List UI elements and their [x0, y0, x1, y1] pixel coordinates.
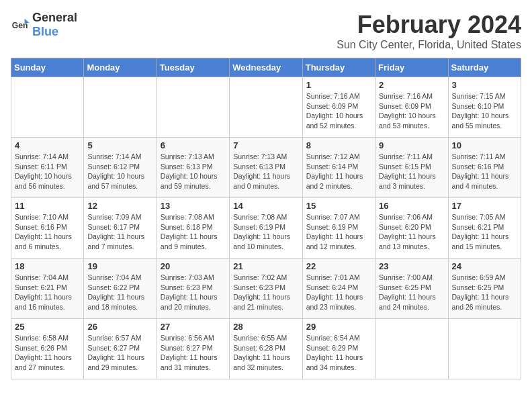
- calendar-week-row: 1Sunrise: 7:16 AM Sunset: 6:09 PM Daylig…: [11, 77, 521, 138]
- calendar-cell: 16Sunrise: 7:06 AM Sunset: 6:20 PM Dayli…: [375, 198, 448, 259]
- calendar-cell: 12Sunrise: 7:09 AM Sunset: 6:17 PM Dayli…: [84, 198, 157, 259]
- logo-icon: Gen: [11, 15, 30, 34]
- logo-blue: Blue: [32, 25, 58, 38]
- day-number: 9: [379, 140, 444, 150]
- calendar-cell: 8Sunrise: 7:12 AM Sunset: 6:14 PM Daylig…: [302, 138, 375, 198]
- calendar-cell: 15Sunrise: 7:07 AM Sunset: 6:19 PM Dayli…: [302, 198, 375, 259]
- calendar-cell: 19Sunrise: 7:04 AM Sunset: 6:22 PM Dayli…: [84, 259, 157, 319]
- day-info: Sunrise: 7:11 AM Sunset: 6:15 PM Dayligh…: [379, 152, 444, 191]
- day-number: 1: [306, 80, 371, 90]
- day-number: 13: [161, 201, 226, 211]
- title-area: February 2024 Sun City Center, Florida, …: [337, 11, 521, 51]
- svg-marker-1: [25, 19, 30, 24]
- calendar-cell: 11Sunrise: 7:10 AM Sunset: 6:16 PM Dayli…: [11, 198, 84, 259]
- day-info: Sunrise: 7:08 AM Sunset: 6:19 PM Dayligh…: [233, 212, 298, 252]
- day-header: Sunday: [11, 58, 84, 77]
- day-number: 6: [161, 140, 226, 150]
- day-number: 7: [233, 140, 298, 150]
- calendar-cell: 17Sunrise: 7:05 AM Sunset: 6:21 PM Dayli…: [448, 198, 521, 259]
- day-number: 26: [87, 322, 152, 332]
- calendar-cell: [11, 77, 84, 138]
- calendar-cell: 20Sunrise: 7:03 AM Sunset: 6:23 PM Dayli…: [157, 259, 229, 319]
- calendar-cell: 2Sunrise: 7:16 AM Sunset: 6:09 PM Daylig…: [375, 77, 448, 138]
- day-header: Saturday: [448, 58, 521, 77]
- day-number: 16: [379, 201, 444, 211]
- day-number: 10: [452, 140, 517, 150]
- day-info: Sunrise: 6:59 AM Sunset: 6:25 PM Dayligh…: [452, 273, 517, 312]
- calendar-week-row: 4Sunrise: 7:14 AM Sunset: 6:11 PM Daylig…: [11, 138, 521, 198]
- day-number: 27: [161, 322, 226, 332]
- logo: Gen General Blue: [11, 11, 77, 39]
- calendar-cell: 1Sunrise: 7:16 AM Sunset: 6:09 PM Daylig…: [302, 77, 375, 138]
- day-number: 11: [15, 201, 80, 211]
- day-info: Sunrise: 6:58 AM Sunset: 6:26 PM Dayligh…: [15, 333, 80, 373]
- logo-general: General: [32, 11, 77, 24]
- calendar-cell: 27Sunrise: 6:56 AM Sunset: 6:27 PM Dayli…: [157, 319, 229, 379]
- day-header: Wednesday: [230, 58, 302, 77]
- day-info: Sunrise: 6:55 AM Sunset: 6:28 PM Dayligh…: [233, 333, 298, 373]
- day-info: Sunrise: 7:09 AM Sunset: 6:17 PM Dayligh…: [87, 212, 152, 252]
- page-subtitle: Sun City Center, Florida, United States: [337, 39, 521, 51]
- calendar-cell: 10Sunrise: 7:11 AM Sunset: 6:16 PM Dayli…: [448, 138, 521, 198]
- day-info: Sunrise: 7:00 AM Sunset: 6:25 PM Dayligh…: [379, 273, 444, 312]
- calendar-cell: 21Sunrise: 7:02 AM Sunset: 6:23 PM Dayli…: [230, 259, 302, 319]
- day-info: Sunrise: 6:56 AM Sunset: 6:27 PM Dayligh…: [161, 333, 226, 373]
- day-info: Sunrise: 7:14 AM Sunset: 6:11 PM Dayligh…: [15, 152, 80, 191]
- day-number: 15: [306, 201, 371, 211]
- day-number: 24: [452, 261, 517, 271]
- day-info: Sunrise: 7:04 AM Sunset: 6:22 PM Dayligh…: [87, 273, 152, 312]
- day-number: 25: [15, 322, 80, 332]
- calendar-body: 1Sunrise: 7:16 AM Sunset: 6:09 PM Daylig…: [11, 77, 521, 379]
- day-number: 3: [452, 80, 517, 90]
- day-info: Sunrise: 7:13 AM Sunset: 6:13 PM Dayligh…: [233, 152, 298, 191]
- header: Gen General Blue February 2024 Sun City …: [11, 11, 521, 51]
- page-title: February 2024: [337, 11, 521, 39]
- calendar-cell: 6Sunrise: 7:13 AM Sunset: 6:13 PM Daylig…: [157, 138, 229, 198]
- day-number: 17: [452, 201, 517, 211]
- calendar-header-row: SundayMondayTuesdayWednesdayThursdayFrid…: [11, 58, 521, 77]
- calendar-cell: 28Sunrise: 6:55 AM Sunset: 6:28 PM Dayli…: [230, 319, 302, 379]
- calendar-cell: 14Sunrise: 7:08 AM Sunset: 6:19 PM Dayli…: [230, 198, 302, 259]
- day-info: Sunrise: 7:14 AM Sunset: 6:12 PM Dayligh…: [87, 152, 152, 191]
- calendar-cell: 24Sunrise: 6:59 AM Sunset: 6:25 PM Dayli…: [448, 259, 521, 319]
- day-info: Sunrise: 6:54 AM Sunset: 6:29 PM Dayligh…: [306, 333, 371, 373]
- day-info: Sunrise: 7:11 AM Sunset: 6:16 PM Dayligh…: [452, 152, 517, 191]
- day-info: Sunrise: 7:06 AM Sunset: 6:20 PM Dayligh…: [379, 212, 444, 252]
- calendar-cell: [375, 319, 448, 379]
- day-info: Sunrise: 7:07 AM Sunset: 6:19 PM Dayligh…: [306, 212, 371, 252]
- calendar-cell: 9Sunrise: 7:11 AM Sunset: 6:15 PM Daylig…: [375, 138, 448, 198]
- day-number: 4: [15, 140, 80, 150]
- day-number: 28: [233, 322, 298, 332]
- calendar-cell: 22Sunrise: 7:01 AM Sunset: 6:24 PM Dayli…: [302, 259, 375, 319]
- day-number: 19: [87, 261, 152, 271]
- day-number: 5: [87, 140, 152, 150]
- calendar-cell: 26Sunrise: 6:57 AM Sunset: 6:27 PM Dayli…: [84, 319, 157, 379]
- day-header: Monday: [84, 58, 157, 77]
- day-info: Sunrise: 7:16 AM Sunset: 6:09 PM Dayligh…: [306, 91, 371, 131]
- calendar-week-row: 25Sunrise: 6:58 AM Sunset: 6:26 PM Dayli…: [11, 319, 521, 379]
- day-number: 2: [379, 80, 444, 90]
- day-header: Thursday: [302, 58, 375, 77]
- calendar-cell: [448, 319, 521, 379]
- calendar-cell: 29Sunrise: 6:54 AM Sunset: 6:29 PM Dayli…: [302, 319, 375, 379]
- calendar-cell: 23Sunrise: 7:00 AM Sunset: 6:25 PM Dayli…: [375, 259, 448, 319]
- calendar-table: SundayMondayTuesdayWednesdayThursdayFrid…: [11, 58, 521, 379]
- calendar-week-row: 18Sunrise: 7:04 AM Sunset: 6:21 PM Dayli…: [11, 259, 521, 319]
- day-number: 21: [233, 261, 298, 271]
- calendar-cell: [230, 77, 302, 138]
- day-number: 20: [161, 261, 226, 271]
- day-info: Sunrise: 7:13 AM Sunset: 6:13 PM Dayligh…: [161, 152, 226, 191]
- calendar-cell: 18Sunrise: 7:04 AM Sunset: 6:21 PM Dayli…: [11, 259, 84, 319]
- day-info: Sunrise: 7:15 AM Sunset: 6:10 PM Dayligh…: [452, 91, 517, 131]
- calendar-cell: [84, 77, 157, 138]
- day-info: Sunrise: 7:03 AM Sunset: 6:23 PM Dayligh…: [161, 273, 226, 312]
- calendar-cell: 7Sunrise: 7:13 AM Sunset: 6:13 PM Daylig…: [230, 138, 302, 198]
- day-info: Sunrise: 7:08 AM Sunset: 6:18 PM Dayligh…: [161, 212, 226, 252]
- day-info: Sunrise: 7:04 AM Sunset: 6:21 PM Dayligh…: [15, 273, 80, 312]
- day-number: 18: [15, 261, 80, 271]
- day-info: Sunrise: 7:02 AM Sunset: 6:23 PM Dayligh…: [233, 273, 298, 312]
- day-number: 8: [306, 140, 371, 150]
- day-info: Sunrise: 7:05 AM Sunset: 6:21 PM Dayligh…: [452, 212, 517, 252]
- calendar-cell: 3Sunrise: 7:15 AM Sunset: 6:10 PM Daylig…: [448, 77, 521, 138]
- day-number: 12: [87, 201, 152, 211]
